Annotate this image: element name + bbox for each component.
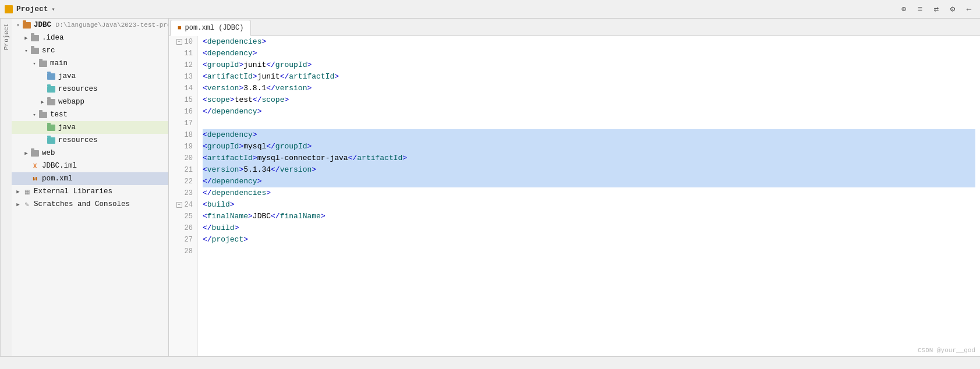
tree-arrow-jdbc-root[interactable]: ▾ (14, 22, 22, 29)
code-line-14: <version>3.8.1</version> (203, 83, 975, 94)
line-num-27: 27 (174, 234, 193, 246)
line-number-text-21: 21 (185, 164, 193, 176)
project-side-tab[interactable]: Project (0, 19, 12, 356)
side-tab-label: Project (3, 23, 10, 50)
line-number-text-24: 24 (185, 199, 193, 211)
tree-item-scratches[interactable]: ▶✎Scratches and Consoles (12, 198, 168, 211)
line-number-text-17: 17 (185, 118, 193, 129)
tree-item-webapp[interactable]: ▶webapp (12, 95, 168, 108)
tree-item-idea[interactable]: ▶.idea (12, 31, 168, 44)
tree-label-pom-xml: pom.xml (42, 175, 73, 183)
tree-icon-jdbc-root (22, 20, 31, 30)
collapse-icon-btn[interactable]: ← (963, 3, 975, 16)
tree-icon-main (38, 59, 48, 68)
swap-icon-btn[interactable]: ⇄ (930, 3, 943, 16)
tree-arrow-main[interactable]: ▾ (30, 61, 38, 67)
line-num-15: 15 (174, 94, 193, 106)
editor-area: ■ pom.xml (JDBC) −1011121314151617181920… (169, 19, 980, 356)
line-num-21: 21 (174, 164, 193, 176)
tab-label: pom.xml (JDBC) (185, 24, 244, 32)
line-num-19: 19 (174, 141, 193, 152)
line-number-text-23: 23 (185, 187, 193, 199)
tree-label-src: src (42, 47, 55, 55)
code-line-15: <scope>test</scope> (203, 94, 975, 106)
code-line-26: </build> (203, 222, 975, 234)
code-line-24: <build> (203, 199, 975, 211)
line-num-18: 18 (174, 129, 193, 141)
tab-pom-icon: ■ (178, 24, 182, 31)
line-num-26: 26 (174, 222, 193, 234)
line-numbers: −1011121314151617181920212223−2425262728 (169, 36, 198, 356)
gear-icon-btn[interactable]: ⚙ (946, 3, 959, 16)
tree-arrow-external-libs[interactable]: ▶ (14, 189, 22, 195)
tree-arrow-src[interactable]: ▾ (22, 48, 30, 54)
tree-item-java2[interactable]: java (12, 121, 168, 134)
tree-label-java2: java (58, 123, 76, 132)
line-num-12: 12 (174, 59, 193, 71)
line-number-text-14: 14 (185, 83, 193, 94)
tree-arrow-scratches[interactable]: ▶ (14, 201, 22, 208)
tree-icon-web (30, 148, 40, 158)
fold-btn-10[interactable]: − (176, 39, 182, 45)
tree-item-src[interactable]: ▾src (12, 44, 168, 57)
tree-item-jdbc-iml[interactable]: XJDBC.iml (12, 159, 168, 172)
code-line-13: <artifactId>junit</artifactId> (203, 71, 975, 83)
code-line-19: <groupId>mysql</groupId> (203, 141, 975, 152)
toolbar: Project ▾ ⊕ ≡ ⇄ ⚙ ← (0, 0, 980, 19)
code-line-12: <groupId>junit</groupId> (203, 59, 975, 71)
tree-item-main[interactable]: ▾main (12, 57, 168, 70)
line-number-text-16: 16 (185, 106, 193, 118)
code-editor[interactable]: −1011121314151617181920212223−2425262728… (169, 36, 980, 356)
line-num-11: 11 (174, 48, 193, 59)
fold-btn-24[interactable]: − (176, 202, 182, 208)
line-number-text-27: 27 (185, 234, 193, 246)
tree-label-jdbc-root: JDBC D:\language\Java\2023-test-project\… (34, 21, 169, 29)
tree-item-resources2[interactable]: resources (12, 134, 168, 147)
tree-item-jdbc-root[interactable]: ▾JDBC D:\language\Java\2023-test-project… (12, 19, 168, 31)
code-line-17 (203, 118, 975, 129)
line-number-text-10: 10 (185, 36, 193, 48)
tree-arrow-idea[interactable]: ▶ (22, 35, 30, 41)
line-number-text-11: 11 (185, 48, 193, 59)
code-line-23: </dependencies> (203, 187, 975, 199)
line-num-28: 28 (174, 246, 193, 257)
code-line-28 (203, 246, 975, 257)
tree-icon-java (47, 72, 56, 81)
status-bar (0, 356, 980, 369)
code-line-20: <artifactId>mysql-connector-java</artifa… (203, 152, 975, 164)
line-num-23: 23 (174, 187, 193, 199)
tree-item-pom-xml[interactable]: Mpom.xml (12, 172, 168, 185)
tree-item-resources[interactable]: resources (12, 83, 168, 95)
line-num-10: −10 (174, 36, 193, 48)
tree-item-external-libs[interactable]: ▶▦External Libraries (12, 185, 168, 198)
tree-item-web[interactable]: ▶web (12, 147, 168, 159)
line-num-22: 22 (174, 176, 193, 187)
tree-arrow-web[interactable]: ▶ (22, 150, 30, 157)
line-number-text-19: 19 (185, 141, 193, 152)
line-num-24: −24 (174, 199, 193, 211)
tree-item-test[interactable]: ▾test (12, 108, 168, 121)
pom-xml-tab[interactable]: ■ pom.xml (JDBC) (170, 20, 251, 36)
tree-label-resources2: resources (58, 136, 98, 144)
line-number-text-12: 12 (185, 59, 193, 71)
tree-icon-webapp (47, 97, 56, 107)
code-line-21: <version>5.1.34</version> (203, 164, 975, 176)
tree-label-java: java (58, 72, 76, 80)
tree-arrow-test[interactable]: ▾ (30, 112, 38, 118)
line-number-text-26: 26 (185, 222, 193, 234)
code-content: <dependencies> <dependency> <groupId>jun… (198, 36, 980, 356)
project-sidebar: ▾JDBC D:\language\Java\2023-test-project… (12, 19, 169, 356)
tree-icon-pom-xml: M (30, 174, 40, 183)
tree-item-java[interactable]: java (12, 70, 168, 83)
line-num-16: 16 (174, 106, 193, 118)
tree-arrow-webapp[interactable]: ▶ (38, 99, 47, 105)
tree-icon-external-libs: ▦ (22, 187, 31, 196)
line-number-text-20: 20 (185, 152, 193, 164)
line-number-text-22: 22 (185, 176, 193, 187)
code-line-27: </project> (203, 234, 975, 246)
list-icon-btn[interactable]: ≡ (914, 3, 926, 16)
toolbar-dropdown-icon[interactable]: ▾ (52, 6, 55, 13)
tree-label-scratches: Scratches and Consoles (34, 200, 130, 208)
add-icon-btn[interactable]: ⊕ (897, 3, 910, 16)
toolbar-title: Project (16, 5, 48, 13)
